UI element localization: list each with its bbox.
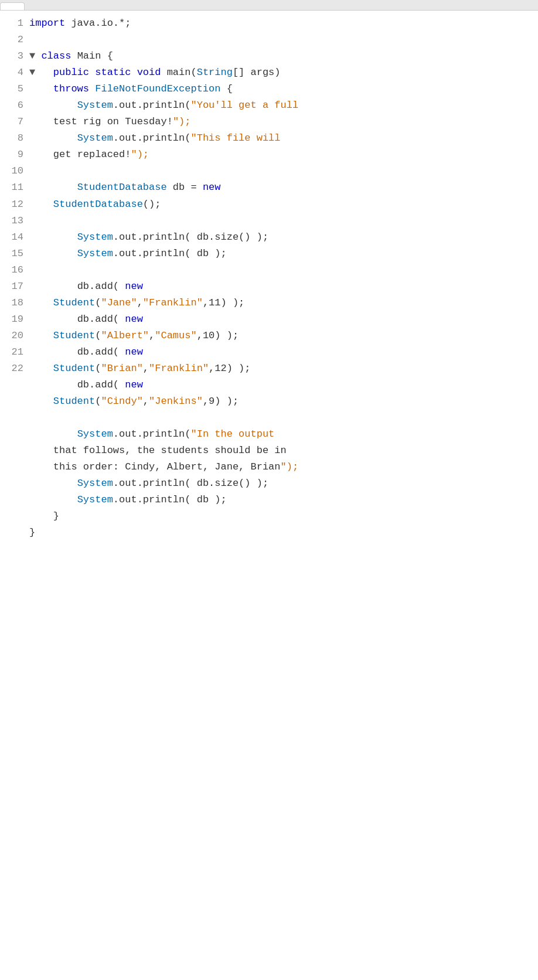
line-number: 15 [8,246,23,262]
line-number: 17 [8,278,23,295]
code-line [29,213,529,229]
code-line: System.out.println("You'll get a full [29,97,529,114]
line-number: 21 [8,344,23,360]
code-line: System.out.println("In the output [29,426,529,443]
line-number: 3 [8,48,23,64]
line-number: 18 [8,295,23,311]
code-line: } [29,508,529,525]
code-line: throws FileNotFoundException { [29,81,529,97]
line-number: 6 [8,97,23,114]
code-line: Student("Albert","Camus",10) ); [29,328,529,344]
code-line: db.add( new [29,311,529,328]
code-line [29,163,529,179]
tab-main-java[interactable] [0,2,25,10]
code-line: this order: Cindy, Albert, Jane, Brian")… [29,459,529,475]
code-line: db.add( new [29,377,529,393]
code-lines: import java.io.*; ▼ class Main {▼ public… [29,15,538,975]
code-line: db.add( new [29,344,529,360]
code-line: } [29,525,529,541]
code-line: System.out.println( db.size() ); [29,229,529,246]
line-number: 2 [8,32,23,48]
line-number: 5 [8,81,23,97]
code-line: ▼ class Main { [29,48,529,64]
line-number: 7 [8,114,23,130]
line-number: 9 [8,147,23,163]
code-line: System.out.println("This file will [29,130,529,147]
line-number: 1 [8,15,23,32]
code-line: ▼ public static void main(String[] args) [29,64,529,81]
line-number: 19 [8,311,23,328]
line-number: 10 [8,163,23,179]
line-number: 14 [8,229,23,246]
code-line: get replaced!"); [29,147,529,163]
code-line [29,32,529,48]
code-line: Student("Cindy","Jenkins",9) ); [29,393,529,410]
line-number: 13 [8,213,23,229]
line-number: 20 [8,328,23,344]
code-line [29,410,529,426]
editor-container: 12345678910111213141516171819202122 impo… [0,0,538,980]
code-line: db.add( new [29,278,529,295]
code-line: System.out.println( db.size() ); [29,475,529,492]
code-line: that follows, the students should be in [29,443,529,459]
line-number: 16 [8,262,23,278]
code-line: Student("Brian","Franklin",12) ); [29,360,529,377]
tab-bar [0,0,538,11]
code-line: StudentDatabase(); [29,196,529,213]
line-number: 12 [8,196,23,213]
code-line: System.out.println( db ); [29,492,529,508]
line-number: 11 [8,179,23,196]
code-line: System.out.println( db ); [29,246,529,262]
code-line: StudentDatabase db = new [29,179,529,196]
code-line: test rig on Tuesday!"); [29,114,529,130]
code-area: 12345678910111213141516171819202122 impo… [0,11,538,980]
line-number: 4 [8,64,23,81]
code-line [29,262,529,278]
code-line: Student("Jane","Franklin",11) ); [29,295,529,311]
code-line: import java.io.*; [29,15,529,32]
line-number: 8 [8,130,23,147]
line-numbers: 12345678910111213141516171819202122 [0,15,29,975]
line-number: 22 [8,360,23,377]
